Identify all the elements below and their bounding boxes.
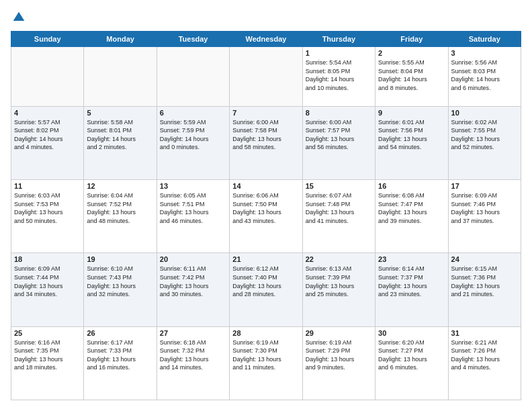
weekday-friday: Friday bbox=[375, 32, 448, 47]
day-info: Sunrise: 5:56 AM Sunset: 8:03 PM Dayligh… bbox=[451, 58, 518, 92]
day-info: Sunrise: 6:20 AM Sunset: 7:27 PM Dayligh… bbox=[378, 338, 445, 372]
day-number: 3 bbox=[451, 49, 518, 57]
day-number: 9 bbox=[378, 109, 445, 117]
day-number: 29 bbox=[306, 329, 372, 337]
day-info: Sunrise: 5:57 AM Sunset: 8:02 PM Dayligh… bbox=[14, 118, 81, 152]
svg-marker-0 bbox=[13, 12, 25, 21]
day-cell: 12Sunrise: 6:04 AM Sunset: 7:52 PM Dayli… bbox=[84, 180, 157, 253]
day-info: Sunrise: 6:12 AM Sunset: 7:40 PM Dayligh… bbox=[232, 265, 299, 298]
weekday-saturday: Saturday bbox=[448, 32, 521, 47]
day-cell: 13Sunrise: 6:05 AM Sunset: 7:51 PM Dayli… bbox=[157, 180, 229, 253]
day-cell bbox=[230, 47, 302, 107]
day-info: Sunrise: 6:09 AM Sunset: 7:44 PM Dayligh… bbox=[14, 265, 81, 298]
day-cell: 18Sunrise: 6:09 AM Sunset: 7:44 PM Dayli… bbox=[11, 253, 84, 326]
day-cell: 5Sunrise: 5:58 AM Sunset: 8:01 PM Daylig… bbox=[84, 106, 157, 179]
day-cell: 15Sunrise: 6:07 AM Sunset: 7:48 PM Dayli… bbox=[302, 180, 375, 253]
day-number: 30 bbox=[378, 329, 445, 337]
day-info: Sunrise: 5:55 AM Sunset: 8:04 PM Dayligh… bbox=[378, 58, 445, 92]
day-number: 8 bbox=[306, 109, 372, 117]
calendar: SundayMondayTuesdayWednesdayThursdayFrid… bbox=[11, 31, 521, 400]
header bbox=[11, 11, 521, 24]
day-info: Sunrise: 6:01 AM Sunset: 7:56 PM Dayligh… bbox=[378, 118, 445, 152]
day-number: 15 bbox=[306, 182, 372, 190]
day-info: Sunrise: 6:18 AM Sunset: 7:32 PM Dayligh… bbox=[160, 338, 226, 372]
day-info: Sunrise: 6:15 AM Sunset: 7:36 PM Dayligh… bbox=[451, 265, 518, 298]
day-info: Sunrise: 6:14 AM Sunset: 7:37 PM Dayligh… bbox=[378, 265, 445, 298]
day-info: Sunrise: 5:54 AM Sunset: 8:05 PM Dayligh… bbox=[306, 58, 372, 92]
day-info: Sunrise: 6:13 AM Sunset: 7:39 PM Dayligh… bbox=[306, 265, 372, 298]
day-number: 25 bbox=[14, 329, 81, 337]
weekday-tuesday: Tuesday bbox=[157, 32, 229, 47]
day-number: 24 bbox=[451, 255, 518, 263]
day-number: 31 bbox=[451, 329, 518, 337]
weekday-thursday: Thursday bbox=[302, 32, 375, 47]
day-cell: 1Sunrise: 5:54 AM Sunset: 8:05 PM Daylig… bbox=[302, 47, 375, 107]
day-cell: 3Sunrise: 5:56 AM Sunset: 8:03 PM Daylig… bbox=[448, 47, 521, 107]
week-row-2: 4Sunrise: 5:57 AM Sunset: 8:02 PM Daylig… bbox=[11, 106, 521, 179]
day-number: 18 bbox=[14, 255, 81, 263]
day-info: Sunrise: 6:03 AM Sunset: 7:53 PM Dayligh… bbox=[14, 191, 81, 225]
day-number: 22 bbox=[306, 255, 372, 263]
day-info: Sunrise: 6:04 AM Sunset: 7:52 PM Dayligh… bbox=[87, 191, 153, 225]
logo-icon bbox=[12, 11, 26, 24]
day-info: Sunrise: 6:07 AM Sunset: 7:48 PM Dayligh… bbox=[306, 191, 372, 225]
day-info: Sunrise: 6:06 AM Sunset: 7:50 PM Dayligh… bbox=[232, 191, 299, 225]
day-info: Sunrise: 6:11 AM Sunset: 7:42 PM Dayligh… bbox=[160, 265, 226, 298]
day-cell: 29Sunrise: 6:19 AM Sunset: 7:29 PM Dayli… bbox=[302, 326, 375, 400]
day-info: Sunrise: 6:08 AM Sunset: 7:47 PM Dayligh… bbox=[378, 191, 445, 225]
week-row-4: 18Sunrise: 6:09 AM Sunset: 7:44 PM Dayli… bbox=[11, 253, 521, 326]
day-info: Sunrise: 6:19 AM Sunset: 7:30 PM Dayligh… bbox=[232, 338, 299, 372]
day-number: 2 bbox=[378, 49, 445, 57]
day-number: 13 bbox=[160, 182, 226, 190]
day-info: Sunrise: 5:59 AM Sunset: 7:59 PM Dayligh… bbox=[160, 118, 226, 152]
day-number: 16 bbox=[378, 182, 445, 190]
day-cell: 10Sunrise: 6:02 AM Sunset: 7:55 PM Dayli… bbox=[448, 106, 521, 179]
day-info: Sunrise: 6:02 AM Sunset: 7:55 PM Dayligh… bbox=[451, 118, 518, 152]
page: SundayMondayTuesdayWednesdayThursdayFrid… bbox=[0, 0, 532, 411]
day-number: 12 bbox=[87, 182, 153, 190]
day-cell: 8Sunrise: 6:00 AM Sunset: 7:57 PM Daylig… bbox=[302, 106, 375, 179]
day-cell: 7Sunrise: 6:00 AM Sunset: 7:58 PM Daylig… bbox=[230, 106, 302, 179]
week-row-3: 11Sunrise: 6:03 AM Sunset: 7:53 PM Dayli… bbox=[11, 180, 521, 253]
day-cell: 26Sunrise: 6:17 AM Sunset: 7:33 PM Dayli… bbox=[84, 326, 157, 400]
day-cell: 4Sunrise: 5:57 AM Sunset: 8:02 PM Daylig… bbox=[11, 106, 84, 179]
day-number: 4 bbox=[14, 109, 81, 117]
week-row-5: 25Sunrise: 6:16 AM Sunset: 7:35 PM Dayli… bbox=[11, 326, 521, 400]
day-cell: 21Sunrise: 6:12 AM Sunset: 7:40 PM Dayli… bbox=[230, 253, 302, 326]
day-cell: 20Sunrise: 6:11 AM Sunset: 7:42 PM Dayli… bbox=[157, 253, 229, 326]
day-cell: 30Sunrise: 6:20 AM Sunset: 7:27 PM Dayli… bbox=[375, 326, 448, 400]
day-info: Sunrise: 6:19 AM Sunset: 7:29 PM Dayligh… bbox=[306, 338, 372, 372]
day-cell: 31Sunrise: 6:21 AM Sunset: 7:26 PM Dayli… bbox=[448, 326, 521, 400]
day-cell: 25Sunrise: 6:16 AM Sunset: 7:35 PM Dayli… bbox=[11, 326, 84, 400]
day-info: Sunrise: 6:21 AM Sunset: 7:26 PM Dayligh… bbox=[451, 338, 518, 372]
day-cell: 6Sunrise: 5:59 AM Sunset: 7:59 PM Daylig… bbox=[157, 106, 229, 179]
day-cell: 17Sunrise: 6:09 AM Sunset: 7:46 PM Dayli… bbox=[448, 180, 521, 253]
day-info: Sunrise: 6:10 AM Sunset: 7:43 PM Dayligh… bbox=[87, 265, 153, 298]
day-cell bbox=[84, 47, 157, 107]
day-number: 28 bbox=[232, 329, 299, 337]
day-cell: 9Sunrise: 6:01 AM Sunset: 7:56 PM Daylig… bbox=[375, 106, 448, 179]
day-cell bbox=[157, 47, 229, 107]
day-info: Sunrise: 6:00 AM Sunset: 7:57 PM Dayligh… bbox=[306, 118, 372, 152]
day-cell: 27Sunrise: 6:18 AM Sunset: 7:32 PM Dayli… bbox=[157, 326, 229, 400]
day-number: 17 bbox=[451, 182, 518, 190]
day-info: Sunrise: 6:16 AM Sunset: 7:35 PM Dayligh… bbox=[14, 338, 81, 372]
day-number: 7 bbox=[232, 109, 299, 117]
day-number: 10 bbox=[451, 109, 518, 117]
day-cell: 2Sunrise: 5:55 AM Sunset: 8:04 PM Daylig… bbox=[375, 47, 448, 107]
day-cell: 24Sunrise: 6:15 AM Sunset: 7:36 PM Dayli… bbox=[448, 253, 521, 326]
day-number: 6 bbox=[160, 109, 226, 117]
day-cell: 22Sunrise: 6:13 AM Sunset: 7:39 PM Dayli… bbox=[302, 253, 375, 326]
day-number: 5 bbox=[87, 109, 153, 117]
day-cell bbox=[11, 47, 84, 107]
day-info: Sunrise: 6:09 AM Sunset: 7:46 PM Dayligh… bbox=[451, 191, 518, 225]
day-info: Sunrise: 6:05 AM Sunset: 7:51 PM Dayligh… bbox=[160, 191, 226, 225]
day-number: 23 bbox=[378, 255, 445, 263]
day-info: Sunrise: 6:00 AM Sunset: 7:58 PM Dayligh… bbox=[232, 118, 299, 152]
day-info: Sunrise: 5:58 AM Sunset: 8:01 PM Dayligh… bbox=[87, 118, 153, 152]
day-cell: 11Sunrise: 6:03 AM Sunset: 7:53 PM Dayli… bbox=[11, 180, 84, 253]
day-number: 26 bbox=[87, 329, 153, 337]
day-number: 11 bbox=[14, 182, 81, 190]
day-cell: 14Sunrise: 6:06 AM Sunset: 7:50 PM Dayli… bbox=[230, 180, 302, 253]
day-number: 27 bbox=[160, 329, 226, 337]
